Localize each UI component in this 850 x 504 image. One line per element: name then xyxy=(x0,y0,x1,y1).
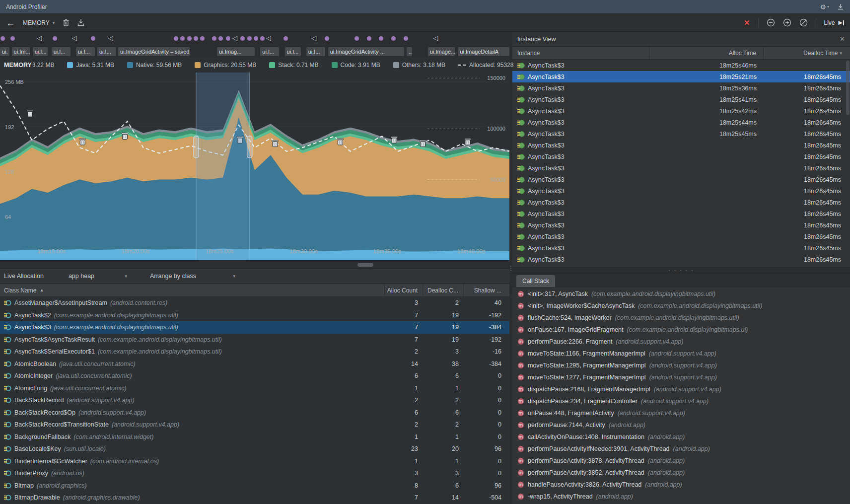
activity-segment: ui.I... xyxy=(260,47,279,56)
class-table-row[interactable]: AtomicInteger(java.util.concurrent.atomi… xyxy=(0,370,509,382)
svg-text:192: 192 xyxy=(5,124,14,130)
instance-row[interactable]: AsyncTask$318m26s45ms xyxy=(512,174,850,185)
call-stack-frame[interactable]: mmoveToState:1277, FragmentManagerImpl (… xyxy=(512,371,850,383)
arrange-by-dropdown[interactable]: Arrange by class ▾ xyxy=(150,273,235,280)
instance-icon xyxy=(517,96,525,103)
class-table-row[interactable]: Bitmap(android.graphics)8696 xyxy=(0,480,509,492)
class-table-row[interactable]: BinderInternal$GcWatcher(com.android.int… xyxy=(0,455,509,468)
memory-chart[interactable]: 15000010000050000256 MB1921286418m15.00s… xyxy=(0,72,509,260)
instance-scrollbar-thumb[interactable] xyxy=(846,61,850,115)
alloc-time-cell: 18m25s44ms xyxy=(649,119,764,126)
column-header-instance[interactable]: Instance xyxy=(512,47,649,59)
horizontal-splitter[interactable]: · · · · · xyxy=(512,267,850,273)
instance-row[interactable]: AsyncTask$318m25s44ms18m26s45ms xyxy=(512,117,850,128)
download-button[interactable] xyxy=(837,3,844,10)
instance-row[interactable]: AsyncTask$318m25s41ms18m26s45ms xyxy=(512,94,850,105)
class-table-row[interactable]: AsyncTask$3(com.example.android.displayi… xyxy=(0,321,509,334)
instance-row[interactable]: AsyncTask$318m26s45ms xyxy=(512,231,850,242)
instance-row[interactable]: AsyncTask$318m26s45ms xyxy=(512,265,850,267)
class-table-row[interactable]: BackStackRecord(android.support.v4.app)2… xyxy=(0,394,509,407)
column-header-class-name[interactable]: Class Name ▲ xyxy=(0,284,385,296)
class-table-row[interactable]: AsyncTask$SerialExecutor$1(com.example.a… xyxy=(0,346,509,358)
profiler-type-dropdown[interactable]: MEMORY ▾ xyxy=(23,19,55,26)
zoom-in-button[interactable] xyxy=(783,18,791,27)
go-live-button[interactable]: Live ▶ xyxy=(824,19,844,26)
legend-items: Total: 93.22 MBJava: 5.31 MBNative: 59.5… xyxy=(4,62,513,69)
instance-row[interactable]: AsyncTask$318m26s45ms xyxy=(512,197,850,208)
class-table-row[interactable]: AsyncTask$AsyncTaskResult(com.example.an… xyxy=(0,334,509,346)
frame-text: performPauseActivityIfNeeded:3901, Activ… xyxy=(528,445,670,452)
call-stack-frame[interactable]: mperformPauseActivity:3878, ActivityThre… xyxy=(512,455,850,467)
close-session-button[interactable]: ✕ xyxy=(744,18,750,27)
instance-row[interactable]: AsyncTask$318m26s45ms xyxy=(512,254,850,265)
chevron-down-icon: ▾ xyxy=(827,4,829,9)
class-table-row[interactable]: BaseLocale$Key(sun.util.locale)232096 xyxy=(0,443,509,455)
call-stack-frame[interactable]: mperformPauseActivityIfNeeded:3901, Acti… xyxy=(512,443,850,455)
close-icon[interactable]: ✕ xyxy=(840,35,845,43)
instance-name-text: AsyncTask$3 xyxy=(528,142,565,149)
class-name-cell: AsyncTask$3(com.example.android.displayi… xyxy=(0,324,385,331)
call-stack-frame[interactable]: m<init>, ImageWorker$CacheAsyncTask (com… xyxy=(512,300,850,312)
call-stack-frame[interactable]: mdispatchPause:234, FragmentController (… xyxy=(512,395,850,407)
timeline-scrollbar-thumb[interactable] xyxy=(357,263,373,267)
instance-row[interactable]: AsyncTask$318m25s45ms18m26s45ms xyxy=(512,128,850,140)
instance-row[interactable]: AsyncTask$318m25s21ms18m26s45ms xyxy=(512,71,850,82)
instance-row[interactable]: AsyncTask$318m25s42ms18m26s45ms xyxy=(512,105,850,117)
instance-row[interactable]: AsyncTask$318m25s46ms xyxy=(512,60,850,71)
class-table-row[interactable]: BackStackRecord$TransitionState(android.… xyxy=(0,419,509,431)
legend-label: Graphics: 20.55 MB xyxy=(204,62,256,69)
call-stack-frame[interactable]: mmoveToState:1166, FragmentManagerImpl (… xyxy=(512,348,850,360)
method-icon: m xyxy=(517,445,524,452)
column-header-dealloc-count[interactable]: Dealloc C... xyxy=(423,284,464,296)
column-header-alloc-count[interactable]: Alloc Count xyxy=(385,284,423,296)
call-stack-frame[interactable]: mflushCache:524, ImageWorker (com.exampl… xyxy=(512,312,850,324)
heap-selector-dropdown[interactable]: app heap ▾ xyxy=(69,273,127,280)
call-stack-frame[interactable]: monPause:448, FragmentActivity (android.… xyxy=(512,407,850,419)
column-header-alloc-time[interactable]: Alloc Time xyxy=(649,47,764,59)
back-button[interactable]: ← xyxy=(6,18,15,27)
svg-text:m: m xyxy=(519,303,523,308)
call-stack-frame[interactable]: mcallActivityOnPause:1408, Instrumentati… xyxy=(512,431,850,443)
method-icon: m xyxy=(517,314,524,321)
touch-event-dot xyxy=(260,36,265,41)
class-table-row[interactable]: BackgroundFallback(com.android.internal.… xyxy=(0,431,509,443)
class-table-row[interactable]: BinderProxy(android.os)330 xyxy=(0,467,509,480)
force-gc-button[interactable] xyxy=(63,19,70,26)
call-stack-frame[interactable]: monPause:167, ImageGridFragment (com.exa… xyxy=(512,324,850,336)
tab-call-stack[interactable]: Call Stack xyxy=(516,275,555,287)
class-table-row[interactable]: AtomicLong(java.util.concurrent.atomic)1… xyxy=(0,382,509,395)
alloc-time-cell: 18m25s41ms xyxy=(649,96,764,103)
call-stack-frame[interactable]: mhandlePauseActivity:3826, ActivityThrea… xyxy=(512,479,850,491)
instance-row[interactable]: AsyncTask$318m26s45ms xyxy=(512,140,850,151)
call-stack-frame[interactable]: mdispatchPause:2168, FragmentManagerImpl… xyxy=(512,383,850,395)
call-stack-frame[interactable]: mperformPause:7144, Activity (android.ap… xyxy=(512,419,850,431)
column-header-dealloc-time[interactable]: Dealloc Time ▾ xyxy=(764,50,850,57)
class-table-row[interactable]: AtomicBoolean(java.util.concurrent.atomi… xyxy=(0,358,509,370)
instance-row[interactable]: AsyncTask$318m25s36ms18m26s45ms xyxy=(512,82,850,94)
call-stack-frame[interactable]: m-wrap15, ActivityThread (android.app) xyxy=(512,491,850,503)
timeline-scrollbar[interactable] xyxy=(0,260,509,268)
zoom-out-button[interactable] xyxy=(767,18,775,27)
frame-package-text: (android.support.v4.app) xyxy=(654,386,721,393)
call-stack-frame[interactable]: m<init>:317, AsyncTask (com.example.andr… xyxy=(512,288,850,300)
call-stack-frame[interactable]: mmoveToState:1295, FragmentManagerImpl (… xyxy=(512,360,850,371)
instance-row[interactable]: AsyncTask$318m26s45ms xyxy=(512,185,850,197)
reset-zoom-button[interactable] xyxy=(799,18,808,27)
class-table-row[interactable]: BackStackRecord$Op(android.support.v4.ap… xyxy=(0,407,509,419)
activity-timeline: ui.ui.Im...ui.I...ui.I...ui.I...ui.I...u… xyxy=(0,46,509,58)
column-header-shallow-size[interactable]: Shallow ... xyxy=(464,284,509,296)
call-stack-frame[interactable]: mperformPause:2266, Fragment (android.su… xyxy=(512,336,850,348)
instance-row[interactable]: AsyncTask$318m26s45ms xyxy=(512,219,850,231)
settings-gear-button[interactable]: ⚙▾ xyxy=(820,3,829,11)
class-table-row[interactable]: AssetManager$AssetInputStream(android.co… xyxy=(0,297,509,309)
instance-row[interactable]: AsyncTask$318m26s45ms xyxy=(512,242,850,254)
class-table-row[interactable]: BitmapDrawable(android.graphics.drawable… xyxy=(0,492,509,504)
call-stack-frame[interactable]: mperformPauseActivity:3852, ActivityThre… xyxy=(512,467,850,479)
export-heap-dump-button[interactable] xyxy=(77,19,84,26)
class-table-header: Class Name ▲ Alloc Count Dealloc C... Sh… xyxy=(0,284,509,297)
class-table-row[interactable]: AsyncTask$2(com.example.android.displayi… xyxy=(0,309,509,322)
shallow-size-cell: 0 xyxy=(464,370,509,382)
instance-row[interactable]: AsyncTask$318m26s45ms xyxy=(512,208,850,219)
instance-row[interactable]: AsyncTask$318m26s45ms xyxy=(512,151,850,162)
instance-row[interactable]: AsyncTask$318m26s45ms xyxy=(512,162,850,174)
